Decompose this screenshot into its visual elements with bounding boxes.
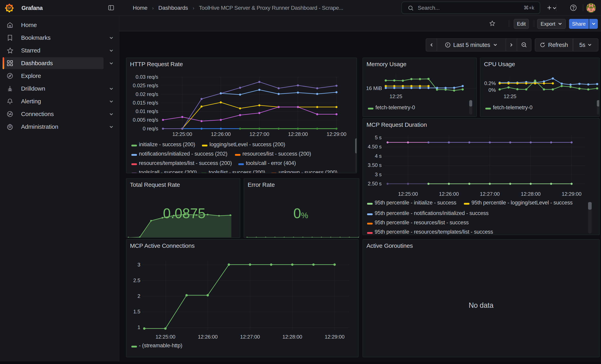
svg-text:12:29:00: 12:29:00 — [562, 191, 581, 197]
svg-text:0.2%: 0.2% — [484, 80, 496, 86]
svg-text:12:28:00: 12:28:00 — [288, 131, 308, 137]
svg-text:12:28:00: 12:28:00 — [282, 334, 302, 340]
svg-text:12:26:00: 12:26:00 — [439, 191, 459, 197]
svg-text:12:29:00: 12:29:00 — [327, 131, 346, 137]
svg-text:16 MiB: 16 MiB — [366, 85, 382, 91]
svg-text:3 s: 3 s — [375, 171, 381, 177]
svg-text:4.50 s: 4.50 s — [368, 144, 381, 150]
svg-text:1.5: 1.5 — [133, 309, 140, 315]
svg-text:0%: 0% — [489, 87, 496, 93]
svg-text:0.015 req/s: 0.015 req/s — [133, 100, 158, 106]
svg-text:12:26:00: 12:26:00 — [211, 131, 231, 137]
svg-text:12:29:00: 12:29:00 — [325, 334, 345, 340]
svg-text:0 req/s: 0 req/s — [143, 126, 158, 132]
svg-text:12:25:00: 12:25:00 — [172, 131, 192, 137]
svg-text:12:27:00: 12:27:00 — [480, 191, 500, 197]
svg-text:2.5: 2.5 — [133, 277, 140, 283]
svg-text:0.025 req/s: 0.025 req/s — [133, 82, 158, 89]
svg-text:12:27:00: 12:27:00 — [240, 334, 260, 340]
svg-text:0.03 req/s: 0.03 req/s — [136, 74, 158, 80]
svg-text:12:25: 12:25 — [504, 93, 516, 99]
svg-text:3.50 s: 3.50 s — [368, 162, 381, 168]
svg-text:1: 1 — [138, 324, 140, 330]
svg-text:3: 3 — [138, 262, 140, 268]
svg-text:12:25: 12:25 — [390, 93, 402, 99]
svg-text:0.02 req/s: 0.02 req/s — [136, 91, 158, 97]
svg-text:12:27:00: 12:27:00 — [250, 131, 269, 137]
svg-text:12:26:00: 12:26:00 — [198, 334, 218, 340]
svg-text:5 s: 5 s — [375, 135, 381, 140]
svg-text:2.50 s: 2.50 s — [368, 181, 381, 187]
svg-text:0.005 req/s: 0.005 req/s — [133, 117, 158, 123]
svg-text:4 s: 4 s — [375, 153, 381, 159]
svg-text:0.01 req/s: 0.01 req/s — [136, 108, 158, 114]
svg-text:12:25:00: 12:25:00 — [398, 191, 418, 197]
svg-text:12:25:00: 12:25:00 — [156, 334, 175, 340]
svg-text:2: 2 — [138, 293, 140, 299]
svg-text:12:28:00: 12:28:00 — [521, 191, 541, 197]
